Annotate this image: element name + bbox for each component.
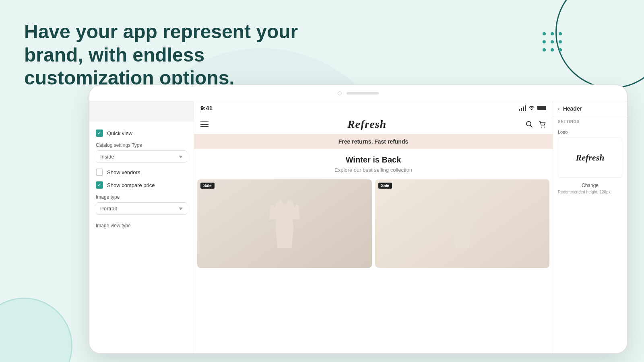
dot-1 — [543, 32, 546, 35]
product-card-1: Sale — [197, 179, 372, 268]
quick-view-label: Quick view — [107, 130, 132, 136]
decorative-circle-top-right — [555, 0, 644, 88]
phone-area: 9:41 — [194, 101, 553, 353]
decorative-circle-bottom-left — [0, 298, 72, 362]
bar3 — [523, 107, 524, 111]
change-logo-button[interactable]: Change — [558, 181, 622, 190]
dots-grid — [543, 32, 564, 53]
show-vendors-label: Show vendors — [107, 169, 140, 175]
catalog-type-label: Catalog settings Type — [96, 142, 187, 148]
menu-icon[interactable] — [200, 121, 208, 127]
show-compare-price-row: ✓ Show compare price — [96, 181, 187, 189]
phone-mockup: 9:41 — [194, 101, 553, 353]
check-icon: ✓ — [97, 131, 101, 136]
cart-icon[interactable] — [538, 120, 546, 128]
settings-section-label: SETTINGS — [553, 116, 627, 125]
svg-point-3 — [544, 127, 545, 128]
tablet-frame: ✓ Quick view Catalog settings Type Insid… — [89, 84, 628, 354]
quick-view-checkbox[interactable]: ✓ — [96, 130, 103, 137]
header-panel-title: Header — [563, 105, 582, 112]
bar4 — [525, 105, 526, 111]
sale-badge-1: Sale — [200, 183, 215, 189]
show-compare-price-label: Show compare price — [107, 182, 155, 188]
phone-time: 9:41 — [200, 105, 213, 111]
signal-icon — [519, 105, 526, 111]
logo-section: Logo Refresh Change Recommended height: … — [553, 125, 627, 198]
recommended-height-text: Recommended height: 128px — [558, 190, 622, 194]
show-compare-price-checkbox[interactable]: ✓ — [96, 181, 103, 189]
show-vendors-row: Show vendors — [96, 169, 187, 176]
sweater-svg-2 — [446, 195, 478, 252]
tablet-top-bar — [89, 85, 627, 101]
collection-title: Winter is Back — [200, 155, 546, 165]
catalog-settings-group: Catalog settings Type Inside — [96, 142, 187, 169]
product-image-1 — [197, 179, 372, 268]
app-logo: Refresh — [208, 118, 525, 131]
quick-view-row: ✓ Quick view — [96, 130, 187, 137]
collection-section: Winter is Back Explore our best selling … — [194, 149, 553, 179]
sale-badge-2: Sale — [378, 183, 392, 189]
product-grid: Sale Sale — [194, 179, 553, 268]
svg-line-1 — [530, 125, 533, 128]
sweater-svg-1 — [268, 195, 301, 252]
show-vendors-checkbox[interactable] — [96, 169, 103, 176]
image-type-label: Image type — [96, 194, 187, 200]
battery-icon — [537, 106, 546, 110]
tablet-home-indicator — [347, 92, 379, 95]
logo-preview-text: Refresh — [576, 152, 605, 163]
tablet-camera — [338, 91, 342, 95]
hamburger-line-3 — [200, 126, 208, 127]
header-settings-panel: ‹ Header SETTINGS Logo Refresh Change Re… — [553, 101, 627, 353]
heading: Have your app represent your brand, with… — [24, 20, 306, 90]
dot-3 — [559, 32, 562, 35]
dot-4 — [543, 40, 546, 43]
hamburger-line-2 — [200, 124, 208, 125]
dot-8 — [551, 48, 554, 51]
search-icon[interactable] — [525, 120, 533, 128]
catalog-type-select[interactable]: Inside — [96, 150, 187, 163]
bar2 — [521, 108, 522, 111]
image-type-select[interactable]: Portrait — [96, 202, 187, 215]
back-button[interactable]: ‹ — [558, 105, 560, 112]
svg-point-2 — [541, 127, 542, 128]
settings-panel: ✓ Quick view Catalog settings Type Insid… — [89, 121, 194, 353]
phone-header-action-icons — [525, 120, 546, 128]
dot-5 — [551, 40, 554, 43]
dot-7 — [543, 48, 546, 51]
dot-6 — [559, 40, 562, 43]
phone-status-icons — [519, 105, 546, 111]
logo-label: Logo — [558, 130, 622, 134]
image-type-group: Image type Portrait — [96, 194, 187, 220]
collection-subtitle: Explore our best selling collection — [200, 167, 546, 173]
phone-status-bar: 9:41 — [194, 101, 553, 115]
product-image-2 — [375, 179, 550, 268]
check-icon-2: ✓ — [97, 183, 101, 187]
header-panel-top-bar: ‹ Header — [553, 101, 627, 116]
image-view-type-group: Image view type — [96, 223, 187, 228]
wifi-icon — [528, 105, 535, 111]
dot-9 — [559, 48, 562, 51]
product-card-2: Sale — [375, 179, 550, 268]
dot-2 — [551, 32, 554, 35]
logo-preview-box: Refresh — [558, 138, 622, 178]
promo-banner: Free returns, Fast refunds — [194, 134, 553, 149]
tablet-content: ✓ Quick view Catalog settings Type Insid… — [89, 101, 627, 353]
page-title: Have your app represent your brand, with… — [24, 20, 306, 90]
phone-header: Refresh — [194, 115, 553, 134]
image-view-type-label: Image view type — [96, 223, 187, 228]
hamburger-line-1 — [200, 121, 208, 122]
bar1 — [519, 109, 520, 111]
